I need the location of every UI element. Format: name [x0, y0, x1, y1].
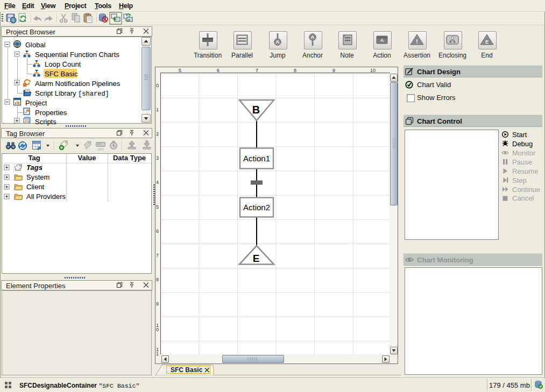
- svg-text:B: B: [252, 104, 260, 116]
- svg-text:!: !: [416, 39, 417, 45]
- svg-text:A: A: [380, 38, 384, 43]
- svg-text:OPC: OPC: [97, 148, 104, 151]
- svg-text:A: A: [311, 34, 315, 40]
- svg-text:A: A: [276, 39, 280, 45]
- svg-text:Action2: Action2: [243, 203, 270, 212]
- svg-text:E: E: [253, 253, 260, 264]
- svg-text:Action1: Action1: [243, 154, 270, 163]
- svg-text:E: E: [485, 39, 489, 45]
